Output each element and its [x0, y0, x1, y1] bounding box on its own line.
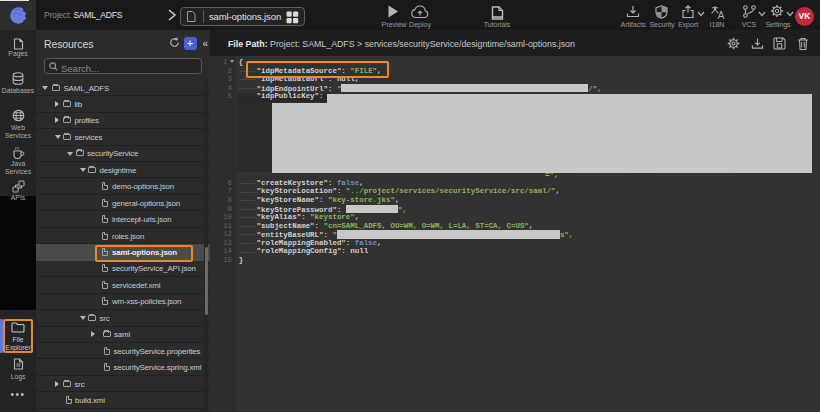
svg-text:A: A — [718, 9, 725, 19]
